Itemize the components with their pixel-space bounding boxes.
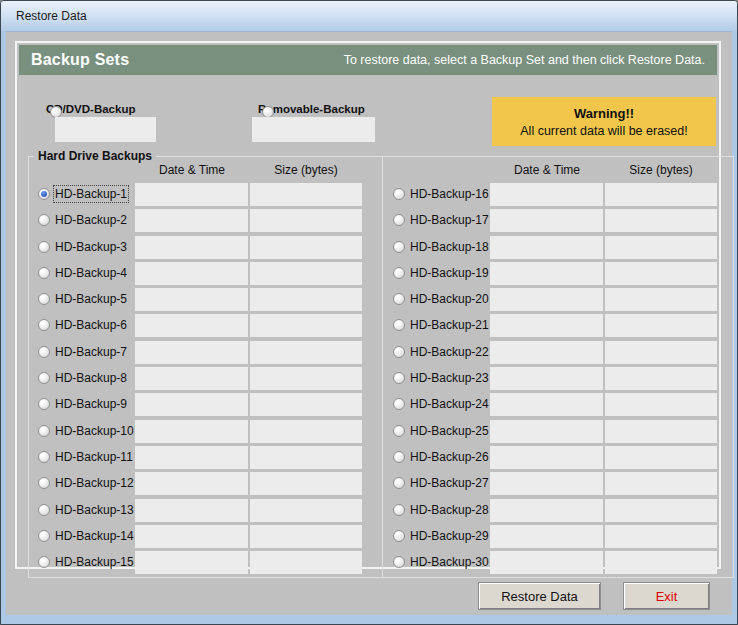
backup-radio-button[interactable] <box>393 398 405 410</box>
date-time-field[interactable] <box>135 551 248 574</box>
date-time-field[interactable] <box>490 367 603 390</box>
backup-radio-button[interactable] <box>38 556 50 568</box>
size-field[interactable] <box>250 367 362 390</box>
date-time-field[interactable] <box>490 209 603 232</box>
size-field[interactable] <box>250 446 362 469</box>
backup-radio-button[interactable] <box>393 214 405 226</box>
backup-label[interactable]: HD-Backup-23 <box>410 371 489 385</box>
date-time-field[interactable] <box>490 262 603 285</box>
size-field[interactable] <box>605 183 717 206</box>
backup-radio-button[interactable] <box>393 451 405 463</box>
backup-radio-button[interactable] <box>38 188 50 200</box>
date-time-field[interactable] <box>490 393 603 416</box>
backup-radio-button[interactable] <box>393 319 405 331</box>
backup-label[interactable]: HD-Backup-17 <box>410 213 489 227</box>
backup-radio-button[interactable] <box>393 425 405 437</box>
size-field[interactable] <box>250 314 362 337</box>
size-field[interactable] <box>605 236 717 259</box>
backup-label[interactable]: HD-Backup-25 <box>410 424 489 438</box>
date-time-field[interactable] <box>490 420 603 443</box>
backup-radio-button[interactable] <box>393 346 405 358</box>
exit-button[interactable]: Exit <box>623 582 710 610</box>
size-field[interactable] <box>605 341 717 364</box>
backup-radio-button[interactable] <box>393 188 405 200</box>
size-field[interactable] <box>605 314 717 337</box>
date-time-field[interactable] <box>135 183 248 206</box>
backup-radio-button[interactable] <box>38 319 50 331</box>
backup-radio-button[interactable] <box>393 504 405 516</box>
backup-label[interactable]: HD-Backup-3 <box>55 240 127 254</box>
backup-label[interactable]: HD-Backup-27 <box>410 476 489 490</box>
size-field[interactable] <box>605 420 717 443</box>
backup-radio-button[interactable] <box>393 293 405 305</box>
date-time-field[interactable] <box>135 314 248 337</box>
size-field[interactable] <box>250 183 362 206</box>
date-time-field[interactable] <box>490 499 603 522</box>
backup-radio-button[interactable] <box>393 372 405 384</box>
date-time-field[interactable] <box>135 393 248 416</box>
date-time-field[interactable] <box>490 472 603 495</box>
size-field[interactable] <box>605 472 717 495</box>
backup-radio-button[interactable] <box>38 346 50 358</box>
date-time-field[interactable] <box>135 367 248 390</box>
backup-label[interactable]: HD-Backup-7 <box>55 345 127 359</box>
date-time-field[interactable] <box>135 209 248 232</box>
backup-label[interactable]: HD-Backup-8 <box>55 371 127 385</box>
size-field[interactable] <box>250 499 362 522</box>
size-field[interactable] <box>250 341 362 364</box>
size-field[interactable] <box>250 525 362 548</box>
size-field[interactable] <box>250 472 362 495</box>
backup-label[interactable]: HD-Backup-21 <box>410 318 489 332</box>
backup-radio-button[interactable] <box>38 241 50 253</box>
size-field[interactable] <box>250 551 362 574</box>
titlebar[interactable]: Restore Data <box>1 1 737 31</box>
size-field[interactable] <box>605 499 717 522</box>
backup-label[interactable]: HD-Backup-12 <box>55 476 134 490</box>
date-time-field[interactable] <box>490 341 603 364</box>
backup-label[interactable]: HD-Backup-24 <box>410 397 489 411</box>
backup-label[interactable]: HD-Backup-29 <box>410 529 489 543</box>
size-field[interactable] <box>250 262 362 285</box>
cd-dvd-backup-option[interactable]: CD/DVD-Backup <box>40 101 135 116</box>
backup-radio-button[interactable] <box>38 451 50 463</box>
backup-radio-button[interactable] <box>38 530 50 542</box>
size-field[interactable] <box>605 288 717 311</box>
backup-radio-button[interactable] <box>38 372 50 384</box>
date-time-field[interactable] <box>490 236 603 259</box>
backup-label[interactable]: HD-Backup-15 <box>55 555 134 569</box>
date-time-field[interactable] <box>135 420 248 443</box>
backup-radio-button[interactable] <box>393 556 405 568</box>
backup-radio-button[interactable] <box>38 398 50 410</box>
date-time-field[interactable] <box>135 262 248 285</box>
date-time-field[interactable] <box>490 525 603 548</box>
date-time-field[interactable] <box>135 341 248 364</box>
backup-label[interactable]: HD-Backup-18 <box>410 240 489 254</box>
size-field[interactable] <box>605 262 717 285</box>
date-time-field[interactable] <box>490 551 603 574</box>
date-time-field[interactable] <box>490 288 603 311</box>
backup-radio-button[interactable] <box>393 267 405 279</box>
backup-label[interactable]: HD-Backup-13 <box>55 503 134 517</box>
backup-label[interactable]: HD-Backup-20 <box>410 292 489 306</box>
backup-radio-button[interactable] <box>38 293 50 305</box>
backup-label[interactable]: HD-Backup-22 <box>410 345 489 359</box>
backup-label[interactable]: HD-Backup-19 <box>410 266 489 280</box>
size-field[interactable] <box>605 209 717 232</box>
cd-dvd-value-field[interactable] <box>55 117 156 142</box>
backup-label[interactable]: HD-Backup-1 <box>55 187 127 201</box>
backup-radio-button[interactable] <box>38 425 50 437</box>
size-field[interactable] <box>250 209 362 232</box>
backup-label[interactable]: HD-Backup-5 <box>55 292 127 306</box>
size-field[interactable] <box>250 288 362 311</box>
backup-radio-button[interactable] <box>38 477 50 489</box>
date-time-field[interactable] <box>135 499 248 522</box>
size-field[interactable] <box>605 525 717 548</box>
backup-radio-button[interactable] <box>38 504 50 516</box>
backup-label[interactable]: HD-Backup-11 <box>55 450 133 464</box>
backup-label[interactable]: HD-Backup-14 <box>55 529 134 543</box>
date-time-field[interactable] <box>490 314 603 337</box>
size-field[interactable] <box>605 446 717 469</box>
backup-label[interactable]: HD-Backup-16 <box>410 187 489 201</box>
size-field[interactable] <box>605 367 717 390</box>
backup-label[interactable]: HD-Backup-28 <box>410 503 489 517</box>
